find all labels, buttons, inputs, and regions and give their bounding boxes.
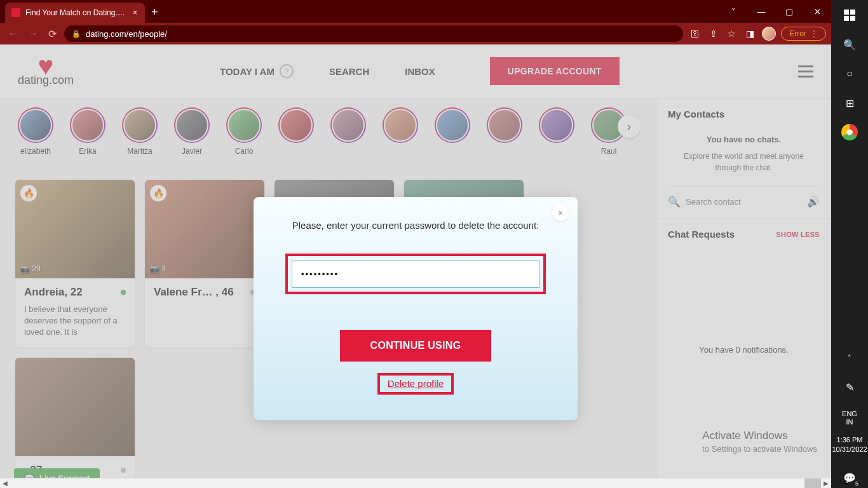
show-hidden-icons[interactable]: ˄ <box>839 348 860 368</box>
modal-message: Please, enter your current password to d… <box>285 220 546 231</box>
profile-avatar[interactable] <box>762 27 776 41</box>
extensions-icon[interactable]: ◨ <box>743 29 757 39</box>
favicon <box>11 8 20 17</box>
cortana-icon[interactable]: ○ <box>839 64 860 84</box>
maximize-icon[interactable]: ▢ <box>775 0 803 23</box>
reload-icon[interactable]: ⟳ <box>46 25 59 43</box>
back-icon[interactable]: ← <box>5 25 20 42</box>
svg-rect-1 <box>850 10 855 15</box>
address-bar[interactable]: 🔒 dating.com/en/people/ <box>64 25 683 42</box>
page-content: ♥ dating.com TODAY I AM? SEARCH INBOX UP… <box>0 44 831 488</box>
browser-window: Find Your Match on Dating.com: × + ˅ — ▢… <box>0 0 831 488</box>
delete-profile-link[interactable]: Delete profile <box>388 378 444 389</box>
delete-highlight: Delete profile <box>377 373 454 395</box>
svg-rect-0 <box>844 10 849 15</box>
windows-taskbar: 🔍 ○ ⊞ ˄ ✎ ENG IN 1:36 PM 10/31/2022 💬5 <box>831 0 868 488</box>
handwriting-icon[interactable]: ✎ <box>839 377 860 397</box>
svg-rect-3 <box>850 16 855 21</box>
scroll-right-icon[interactable]: ▶ <box>821 478 831 488</box>
clock[interactable]: 1:36 PM 10/31/2022 <box>832 435 867 454</box>
language-indicator[interactable]: ENG IN <box>842 410 857 426</box>
chevron-down-icon[interactable]: ˅ <box>719 0 747 23</box>
share-icon[interactable]: ⇪ <box>707 29 720 39</box>
forward-icon[interactable]: → <box>25 25 41 42</box>
key-icon[interactable]: ⚿ <box>688 29 702 39</box>
password-highlight <box>285 254 546 294</box>
search-icon[interactable]: 🔍 <box>839 34 860 55</box>
modal-overlay: × Please, enter your current password to… <box>0 44 831 488</box>
star-icon[interactable]: ☆ <box>725 29 738 39</box>
browser-toolbar: ← → ⟳ 🔒 dating.com/en/people/ ⚿ ⇪ ☆ ◨ Er… <box>0 23 831 44</box>
continue-button[interactable]: CONTINUE USING <box>340 330 492 362</box>
lock-icon: 🔒 <box>72 30 81 38</box>
chrome-taskbar-icon[interactable] <box>839 122 860 142</box>
browser-tab[interactable]: Find Your Match on Dating.com: × <box>5 3 145 23</box>
tab-title: Find Your Match on Dating.com: <box>25 8 126 17</box>
close-tab-icon[interactable]: × <box>132 8 139 17</box>
task-view-icon[interactable]: ⊞ <box>839 93 860 113</box>
error-badge[interactable]: Error⋮ <box>781 27 826 41</box>
svg-rect-2 <box>844 16 849 21</box>
close-modal-icon[interactable]: × <box>552 205 569 221</box>
close-window-icon[interactable]: ✕ <box>803 0 831 23</box>
notifications-icon[interactable]: 💬5 <box>839 468 860 488</box>
tab-strip: Find Your Match on Dating.com: × + ˅ — ▢… <box>0 0 831 23</box>
url-text: dating.com/en/people/ <box>86 29 167 39</box>
new-tab-button[interactable]: + <box>145 2 165 23</box>
scroll-left-icon[interactable]: ◀ <box>0 478 10 488</box>
minimize-icon[interactable]: — <box>747 0 775 23</box>
horizontal-scrollbar[interactable]: ◀ ▶ <box>0 478 831 488</box>
windows-start-icon[interactable] <box>839 5 860 25</box>
password-input[interactable] <box>292 260 539 288</box>
delete-account-modal: × Please, enter your current password to… <box>254 197 578 420</box>
